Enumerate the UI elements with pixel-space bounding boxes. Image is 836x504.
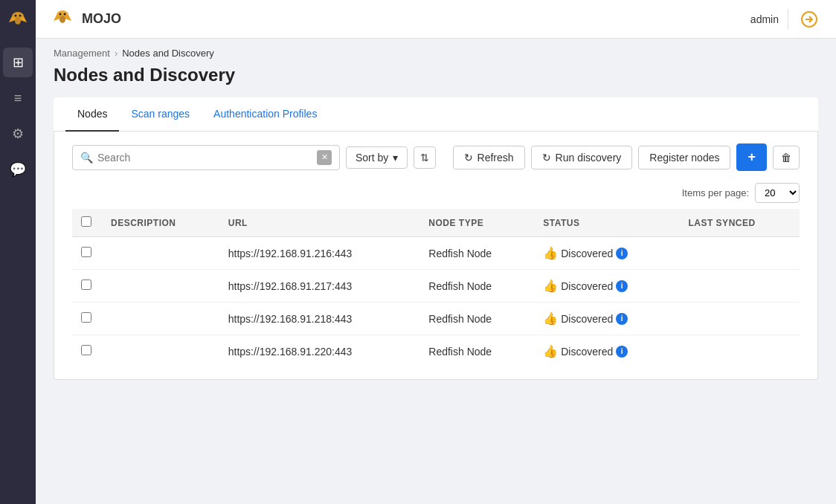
search-toolbar: 🔍 ✕ Sort by ▾ ⇅ ↻ R bbox=[72, 143, 800, 171]
tab-auth-profiles[interactable]: Authentication Profiles bbox=[202, 97, 329, 132]
svg-point-11 bbox=[64, 13, 66, 15]
row-description bbox=[102, 303, 219, 335]
row-checkbox-cell bbox=[72, 270, 102, 303]
svg-point-3 bbox=[15, 17, 21, 25]
breadcrumb-bar: Management › Nodes and Discovery bbox=[36, 39, 836, 62]
register-nodes-button[interactable]: Register nodes bbox=[638, 146, 730, 169]
tab-scan-ranges[interactable]: Scan ranges bbox=[119, 97, 202, 132]
row-node-type: Redfish Node bbox=[419, 237, 534, 270]
row-last-synced bbox=[679, 303, 800, 335]
data-table: DESCRIPTION URL NODE TYPE STATUS LAST SY… bbox=[72, 209, 800, 367]
topbar-logo-icon bbox=[51, 7, 74, 31]
row-checkbox[interactable] bbox=[81, 247, 91, 257]
row-status: 👍 Discovered i bbox=[534, 270, 679, 303]
logout-button[interactable] bbox=[797, 7, 821, 31]
search-input[interactable] bbox=[97, 152, 317, 164]
row-status: 👍 Discovered i bbox=[534, 237, 679, 270]
info-icon[interactable]: i bbox=[616, 248, 628, 259]
table-row: https://192.168.91.216:443 Redfish Node … bbox=[72, 237, 800, 270]
breadcrumb-current: Nodes and Discovery bbox=[122, 48, 214, 59]
row-description bbox=[102, 270, 219, 303]
main-area: MOJO admin Management › bbox=[36, 0, 836, 504]
items-per-page-select[interactable]: 20 10 50 100 bbox=[755, 183, 800, 203]
row-url: https://192.168.91.220:443 bbox=[219, 335, 420, 368]
row-last-synced bbox=[679, 237, 800, 270]
refresh-button[interactable]: ↻ Refresh bbox=[453, 146, 525, 169]
select-all-checkbox[interactable] bbox=[81, 216, 91, 227]
thumbs-up-icon: 👍 bbox=[543, 344, 558, 358]
breadcrumb-separator: › bbox=[115, 48, 118, 59]
sort-order-button[interactable]: ⇅ bbox=[414, 146, 436, 169]
sort-order-icon: ⇅ bbox=[420, 152, 429, 164]
refresh-icon: ↻ bbox=[464, 152, 473, 164]
row-url: https://192.168.91.216:443 bbox=[219, 237, 420, 270]
app-name: MOJO bbox=[82, 11, 121, 27]
row-checkbox[interactable] bbox=[81, 312, 91, 323]
sidebar-logo bbox=[3, 6, 33, 36]
th-description: DESCRIPTION bbox=[102, 209, 219, 237]
th-checkbox bbox=[72, 209, 102, 237]
row-checkbox-cell bbox=[72, 335, 102, 368]
tab-nodes[interactable]: Nodes bbox=[65, 97, 119, 132]
topbar: MOJO admin bbox=[36, 0, 836, 39]
search-icon: 🔍 bbox=[80, 152, 93, 164]
thumbs-up-icon: 👍 bbox=[543, 246, 558, 260]
topbar-right: admin bbox=[750, 7, 821, 31]
items-per-page-label: Items per page: bbox=[682, 187, 749, 198]
table-header-row: DESCRIPTION URL NODE TYPE STATUS LAST SY… bbox=[72, 209, 800, 237]
info-icon[interactable]: i bbox=[616, 346, 628, 358]
row-checkbox[interactable] bbox=[81, 280, 91, 290]
status-text: Discovered bbox=[561, 346, 613, 358]
row-last-synced bbox=[679, 335, 800, 368]
sidebar-item-gear[interactable]: ⚙ bbox=[3, 119, 33, 149]
search-clear-button[interactable]: ✕ bbox=[317, 150, 332, 165]
search-box[interactable]: 🔍 ✕ bbox=[72, 145, 340, 170]
tabs-bar: Nodes Scan ranges Authentication Profile… bbox=[54, 97, 818, 132]
action-buttons: ↻ Refresh ↻ Run discovery Register nodes… bbox=[453, 143, 800, 171]
discovery-icon: ↻ bbox=[542, 152, 551, 164]
sort-button[interactable]: Sort by ▾ bbox=[346, 146, 408, 169]
row-node-type: Redfish Node bbox=[419, 303, 534, 335]
table-body: https://192.168.91.216:443 Redfish Node … bbox=[72, 237, 800, 368]
th-last-synced: LAST SYNCED bbox=[679, 209, 800, 237]
status-badge: 👍 Discovered i bbox=[543, 344, 670, 358]
add-button[interactable]: + bbox=[736, 143, 767, 171]
chat-icon: 💬 bbox=[10, 161, 26, 178]
svg-point-4 bbox=[15, 15, 17, 17]
mojo-logo-icon bbox=[6, 9, 30, 33]
row-node-type: Redfish Node bbox=[419, 270, 534, 303]
status-text: Discovered bbox=[561, 313, 613, 325]
gear-icon: ⚙ bbox=[12, 126, 24, 142]
sliders-icon: ≡ bbox=[14, 91, 22, 106]
row-url: https://192.168.91.218:443 bbox=[219, 303, 420, 335]
info-icon[interactable]: i bbox=[616, 280, 628, 292]
app-layout: ⊞ ≡ ⚙ 💬 MOJO bbox=[0, 0, 836, 504]
row-last-synced bbox=[679, 270, 800, 303]
grid-icon: ⊞ bbox=[13, 54, 24, 71]
row-checkbox[interactable] bbox=[81, 345, 91, 355]
thumbs-up-icon: 👍 bbox=[543, 279, 558, 293]
sidebar-item-chat[interactable]: 💬 bbox=[3, 155, 33, 184]
table-row: https://192.168.91.218:443 Redfish Node … bbox=[72, 303, 800, 335]
row-checkbox-cell bbox=[72, 237, 102, 270]
delete-button[interactable]: 🗑 bbox=[773, 146, 800, 169]
th-node-type: NODE TYPE bbox=[419, 209, 534, 237]
user-label: admin bbox=[750, 13, 779, 25]
sidebar-item-sliders[interactable]: ≡ bbox=[3, 83, 33, 113]
page-title: Nodes and Discovery bbox=[54, 65, 818, 85]
sidebar-item-grid[interactable]: ⊞ bbox=[3, 48, 33, 77]
table-row: https://192.168.91.217:443 Redfish Node … bbox=[72, 270, 800, 303]
row-node-type: Redfish Node bbox=[419, 335, 534, 368]
topbar-left: MOJO bbox=[51, 7, 121, 31]
breadcrumb-parent: Management bbox=[54, 48, 110, 59]
sidebar: ⊞ ≡ ⚙ 💬 bbox=[0, 0, 36, 504]
info-icon[interactable]: i bbox=[616, 313, 628, 325]
row-description bbox=[102, 335, 219, 368]
th-url: URL bbox=[219, 209, 420, 237]
items-per-page-row: Items per page: 20 10 50 100 bbox=[72, 183, 800, 203]
run-discovery-button[interactable]: ↻ Run discovery bbox=[531, 146, 633, 169]
table-row: https://192.168.91.220:443 Redfish Node … bbox=[72, 335, 800, 368]
row-description bbox=[102, 237, 219, 270]
topbar-divider bbox=[788, 9, 788, 30]
page-header: Nodes and Discovery bbox=[36, 62, 836, 97]
